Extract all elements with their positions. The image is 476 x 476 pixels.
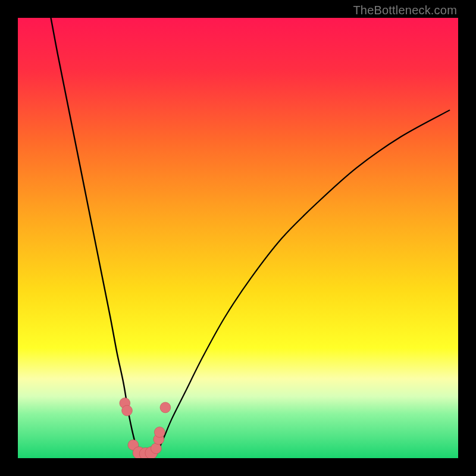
chart-frame: TheBottleneck.com bbox=[0, 0, 476, 476]
data-marker bbox=[154, 427, 165, 437]
right-curve bbox=[155, 110, 449, 456]
data-marker bbox=[122, 405, 133, 416]
data-marker bbox=[151, 443, 161, 454]
left-curve bbox=[51, 18, 139, 456]
data-marker bbox=[160, 402, 171, 413]
plot-area bbox=[18, 18, 458, 458]
curve-layer bbox=[18, 18, 458, 458]
data-markers bbox=[120, 398, 171, 458]
watermark-text: TheBottleneck.com bbox=[353, 4, 457, 17]
